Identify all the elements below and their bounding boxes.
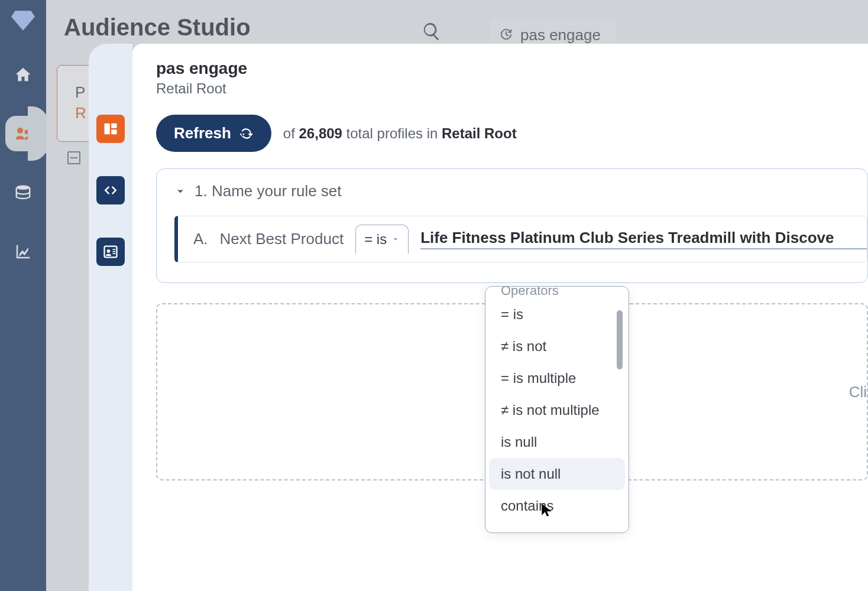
rule-value[interactable]: Life Fitness Platinum Club Series Treadm…	[420, 229, 867, 249]
refresh-clock-icon	[498, 26, 514, 43]
dropdown-item-contains[interactable]: contains	[489, 490, 625, 522]
chevron-down-icon	[174, 186, 186, 197]
refresh-icon	[238, 126, 254, 141]
operator-select[interactable]: = is	[355, 225, 409, 254]
collapse-toggle[interactable]	[67, 151, 80, 164]
rule-letter: A.	[193, 230, 208, 248]
ruleset-card: 1. Name your rule set A. Next Best Produ…	[156, 168, 868, 283]
rule-row: A. Next Best Product = is Life Fitness P…	[174, 216, 867, 262]
profiles-summary: of 26,809 total profiles in Retail Root	[283, 125, 517, 142]
dropdown-item-is-not-null[interactable]: is not null	[489, 458, 625, 490]
dropdown-item-is-not[interactable]: ≠ is not	[489, 330, 625, 362]
refresh-button[interactable]: Refresh	[156, 115, 271, 152]
svg-rect-3	[105, 124, 110, 135]
dropzone-text: Cli	[849, 383, 867, 401]
dropdown-title: Operators	[489, 286, 625, 298]
left-nav-rail	[0, 0, 46, 591]
dropdown-scrollbar[interactable]	[617, 310, 623, 369]
nav-data[interactable]	[5, 175, 41, 210]
modal-tab-profile[interactable]	[96, 238, 125, 266]
page-title: Audience Studio	[64, 14, 251, 41]
svg-point-0	[17, 128, 23, 134]
cursor-pointer-icon	[540, 502, 553, 520]
modal-tab-builder[interactable]	[96, 115, 125, 143]
svg-point-7	[107, 249, 111, 253]
ruleset-header[interactable]: 1. Name your rule set	[174, 182, 867, 200]
svg-rect-10	[113, 253, 116, 254]
svg-rect-8	[113, 249, 116, 250]
modal-wrap: pas engage Retail Root Refresh of 26,809…	[89, 44, 868, 591]
logo-diamond-icon	[11, 11, 35, 33]
refresh-row: Refresh of 26,809 total profiles in Reta…	[156, 115, 868, 152]
svg-rect-5	[111, 129, 116, 134]
nav-analytics[interactable]	[5, 234, 41, 269]
profiles-mid: total profiles in	[342, 125, 442, 141]
audience-modal: pas engage Retail Root Refresh of 26,809…	[132, 44, 868, 591]
operator-dropdown: Operators = is ≠ is not = is multiple ≠ …	[485, 286, 629, 533]
profiles-root: Retail Root	[442, 125, 517, 141]
dropdown-item-is-not-multiple[interactable]: ≠ is not multiple	[489, 394, 625, 426]
profiles-count: 26,809	[299, 125, 342, 141]
rule-attribute[interactable]: Next Best Product	[220, 230, 344, 248]
dropdown-item-is[interactable]: = is	[489, 298, 625, 330]
nav-audiences[interactable]	[5, 116, 41, 151]
svg-rect-9	[113, 251, 116, 252]
svg-point-2	[17, 186, 30, 190]
nav-home[interactable]	[5, 57, 41, 92]
chip-label: pas engage	[520, 26, 601, 44]
ruleset-title: 1. Name your rule set	[195, 182, 342, 200]
svg-rect-4	[111, 124, 116, 128]
refresh-label: Refresh	[174, 124, 231, 142]
chevron-down-icon	[391, 235, 400, 243]
modal-side-bar	[89, 44, 132, 591]
operator-value: = is	[364, 231, 387, 248]
modal-title: pas engage	[156, 59, 868, 78]
svg-point-1	[25, 130, 30, 135]
profiles-prefix: of	[283, 125, 299, 141]
dropdown-item-is-multiple[interactable]: = is multiple	[489, 362, 625, 394]
breadcrumb: Retail Root	[156, 80, 868, 97]
dropdown-item-is-null[interactable]: is null	[489, 426, 625, 458]
search-icon[interactable]	[422, 21, 442, 44]
modal-tab-code[interactable]	[96, 176, 125, 204]
